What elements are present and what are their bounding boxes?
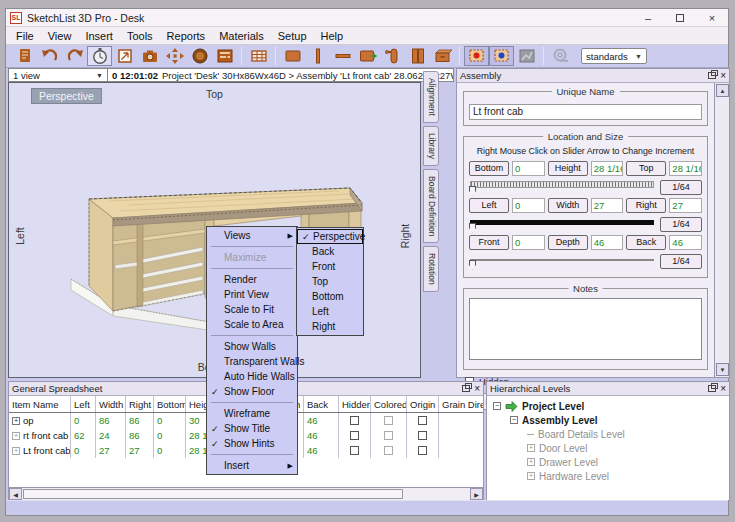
depth-value-field[interactable]: 46 <box>591 235 624 250</box>
expand-icon[interactable]: + <box>527 458 535 466</box>
bottom-button[interactable]: Bottom <box>469 161 509 176</box>
unique-name-input[interactable] <box>469 104 702 120</box>
top-button[interactable]: Top <box>626 161 666 176</box>
menu-item-show-walls[interactable]: Show Walls <box>207 339 297 354</box>
right-button[interactable]: Right <box>626 198 666 213</box>
column-header-back[interactable]: Back <box>304 396 339 412</box>
depth-button[interactable]: Depth <box>548 235 588 250</box>
origin-checkbox[interactable] <box>418 446 427 455</box>
vertical-divider-icon[interactable] <box>305 46 330 66</box>
increment-button[interactable]: 1/64 <box>660 254 702 269</box>
tab-board-definition[interactable]: Board Definition <box>423 169 439 243</box>
slider-handle[interactable] <box>469 223 476 233</box>
increment-button[interactable]: 1/64 <box>660 217 702 232</box>
menu-file[interactable]: File <box>9 29 41 43</box>
column-header-colored[interactable]: Colored <box>371 396 407 412</box>
scroll-left-icon[interactable]: ◀ <box>9 488 22 500</box>
stopwatch-icon[interactable] <box>87 46 112 66</box>
colored-checkbox[interactable] <box>384 431 393 440</box>
horizontal-divider-icon[interactable] <box>330 46 355 66</box>
menu-insert[interactable]: Insert <box>78 29 120 43</box>
menu-item-show-title[interactable]: ✓Show Title <box>207 421 297 436</box>
scrollbar-thumb[interactable] <box>23 489 403 499</box>
double-door-icon[interactable] <box>405 46 430 66</box>
column-header-grain-direct[interactable]: Grain Direct <box>439 396 483 412</box>
menu-item-transparent-walls[interactable]: Transparent Walls <box>207 354 297 369</box>
tree-item-project-level[interactable]: −Project Level <box>489 399 727 413</box>
front-value-field[interactable]: 0 <box>512 235 545 250</box>
tree-item-drawer-level[interactable]: +Drawer Level <box>489 455 727 469</box>
redo-icon[interactable] <box>62 46 87 66</box>
scroll-right-icon[interactable]: ▶ <box>470 488 483 500</box>
submenu-item-back[interactable]: Back <box>297 244 363 259</box>
menu-materials[interactable]: Materials <box>212 29 271 43</box>
menu-help[interactable]: Help <box>314 29 351 43</box>
menu-item-scale-to-area[interactable]: Scale to Area <box>207 317 297 332</box>
board-blue-origin-icon[interactable] <box>489 46 514 66</box>
menu-item-show-hints[interactable]: ✓Show Hints <box>207 436 297 451</box>
back-value-field[interactable]: 46 <box>669 235 702 250</box>
submenu-item-left[interactable]: Left <box>297 304 363 319</box>
expand-icon[interactable]: + <box>12 447 20 455</box>
menu-reports[interactable]: Reports <box>160 29 213 43</box>
top-value-field[interactable]: 28 1/16 <box>669 161 702 176</box>
pan-icon[interactable] <box>162 46 187 66</box>
board-red-origin-icon[interactable] <box>464 46 489 66</box>
submenu-item-front[interactable]: Front <box>297 259 363 274</box>
notes-icon[interactable] <box>12 46 37 66</box>
snapshot-icon[interactable] <box>137 46 162 66</box>
width-value-field[interactable]: 27 <box>591 198 624 213</box>
tree-item-door-level[interactable]: +Door Level <box>489 441 727 455</box>
close-panel-icon[interactable]: × <box>720 72 726 79</box>
width-button[interactable]: Width <box>548 198 588 213</box>
undo-icon[interactable] <box>37 46 62 66</box>
menu-tools[interactable]: Tools <box>120 29 160 43</box>
door-icon[interactable] <box>380 46 405 66</box>
view-mode-badge[interactable]: Perspective <box>31 88 102 104</box>
expand-icon[interactable]: + <box>527 444 535 452</box>
depth-slider[interactable]: 1/64 <box>469 252 702 271</box>
view-count-dropdown[interactable]: 1 view ▼ <box>8 68 108 82</box>
float-panel-icon[interactable] <box>708 72 716 79</box>
column-header-hidden[interactable]: Hidden <box>339 396 371 412</box>
tree-item-board-details-level[interactable]: Board Details Level <box>489 427 727 441</box>
expand-icon[interactable]: + <box>12 417 20 425</box>
menu-item-auto-hide-walls[interactable]: Auto Hide Walls <box>207 369 297 384</box>
column-header-right[interactable]: Right <box>126 396 154 412</box>
slider-handle[interactable] <box>469 186 476 196</box>
float-panel-icon[interactable] <box>708 385 716 392</box>
origin-checkbox[interactable] <box>418 431 427 440</box>
colored-checkbox[interactable] <box>384 416 393 425</box>
render-icon[interactable] <box>187 46 212 66</box>
board-icon[interactable] <box>280 46 305 66</box>
tape-measure-icon[interactable] <box>548 46 573 66</box>
menu-item-wireframe[interactable]: Wireframe <box>207 406 297 421</box>
height-slider[interactable]: 1/64 <box>469 178 702 197</box>
right-value-field[interactable]: 27 <box>669 198 702 213</box>
close-icon[interactable]: × <box>696 9 728 26</box>
origin-checkbox[interactable] <box>418 416 427 425</box>
collapse-icon[interactable]: − <box>510 416 518 424</box>
tab-library[interactable]: Library <box>423 126 439 166</box>
height-value-field[interactable]: 28 1/16 <box>591 161 624 176</box>
expand-icon[interactable]: + <box>12 432 20 440</box>
menu-item-show-floor[interactable]: ✓Show Floor <box>207 384 297 399</box>
menu-item-print-view[interactable]: Print View <box>207 287 297 302</box>
collapse-icon[interactable]: − <box>493 402 501 410</box>
standards-dropdown[interactable]: standards ▼ <box>581 48 647 64</box>
submenu-item-perspective[interactable]: ✓Perspective <box>297 229 363 244</box>
scroll-down-icon[interactable]: ▼ <box>716 363 729 376</box>
tree-item-assembly-level[interactable]: −Assembly Level <box>489 413 727 427</box>
front-button[interactable]: Front <box>469 235 509 250</box>
increment-button[interactable]: 1/64 <box>660 180 702 195</box>
close-panel-icon[interactable]: × <box>474 385 480 392</box>
add-board-icon[interactable] <box>355 46 380 66</box>
slider-handle[interactable] <box>469 260 476 270</box>
restore-icon[interactable] <box>664 9 696 26</box>
tab-rotation[interactable]: Rotation <box>423 246 439 292</box>
column-header-left[interactable]: Left <box>71 396 96 412</box>
column-header-item-name[interactable]: Item Name <box>9 396 71 412</box>
tab-alignment[interactable]: Alignment <box>423 71 439 123</box>
menu-item-insert[interactable]: Insert▶ <box>207 458 297 473</box>
menu-item-views[interactable]: Views▶ <box>207 228 297 243</box>
